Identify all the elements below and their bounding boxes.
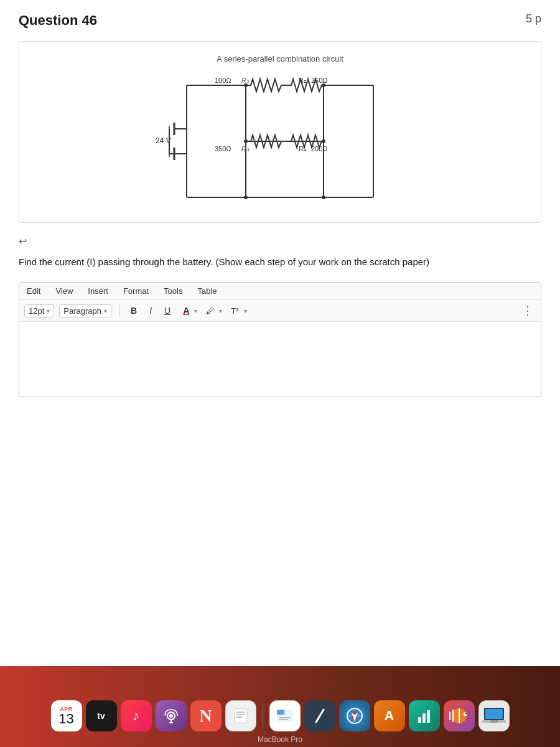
dock-item-safari[interactable]: [339, 700, 370, 731]
svg-line-42: [316, 710, 324, 722]
svg-point-31: [169, 714, 173, 718]
menu-format[interactable]: Format: [121, 285, 151, 297]
highlight-button[interactable]: 🖊: [202, 305, 218, 317]
svg-point-27: [322, 139, 325, 143]
menu-tools[interactable]: Tools: [161, 285, 185, 297]
dock-item-academy[interactable]: A: [374, 700, 405, 731]
editor-area: Edit View Insert Format Tools Table 12pt…: [19, 282, 541, 397]
italic-button[interactable]: I: [146, 304, 156, 317]
formatting-toolbar: 12pt ▾ Paragraph ▾ B I U A ▾ 🖊 ▾ T² ▾: [19, 300, 541, 322]
dock-item-slash[interactable]: [304, 700, 335, 731]
circuit-container: A series-parallel combination circuit: [19, 41, 541, 223]
toolbar-divider: [119, 304, 119, 317]
dock-item-finder[interactable]: [269, 700, 301, 731]
circuit-title: A series-parallel combination circuit: [38, 54, 522, 63]
svg-text:R₁: R₁: [241, 77, 249, 84]
dock-item-appletv[interactable]: tv: [86, 700, 117, 731]
macbook-label: MacBook Pro: [258, 735, 302, 744]
svg-point-25: [322, 83, 325, 87]
text-color-group: A ▾: [179, 304, 197, 317]
news-icon: N: [190, 700, 222, 731]
dock-separator: [263, 703, 263, 728]
menu-edit[interactable]: Edit: [24, 285, 43, 297]
svg-point-26: [244, 139, 248, 143]
superscript-chevron[interactable]: ▾: [244, 308, 247, 314]
font-size-selector[interactable]: 12pt ▾: [24, 304, 54, 317]
dock-bar: APR 13 tv ♪: [51, 700, 510, 731]
svg-rect-34: [235, 709, 247, 723]
slash-icon: [304, 700, 335, 731]
svg-point-24: [244, 83, 248, 87]
highlight-group: 🖊 ▾: [202, 305, 222, 317]
question-title: Question 46: [19, 12, 97, 29]
circuit-svg-wrapper: 24 V 100Ω R₁ R₂ 250Ω 350Ω R₃: [38, 73, 522, 210]
svg-rect-50: [422, 713, 426, 723]
more-options-button[interactable]: ⋮: [520, 303, 536, 319]
game-icon: [444, 700, 475, 731]
undo-icon[interactable]: ↩: [19, 235, 541, 247]
paragraph-selector[interactable]: Paragraph ▾: [59, 304, 111, 317]
menu-bar: Edit View Insert Format Tools Table: [19, 283, 541, 300]
paragraph-chevron: ▾: [104, 308, 107, 314]
dock-item-news[interactable]: N: [190, 700, 222, 731]
question-header: Question 46 5 p: [19, 12, 541, 29]
dock-item-macbook[interactable]: [478, 700, 510, 731]
svg-text:100Ω: 100Ω: [215, 77, 231, 84]
menu-table[interactable]: Table: [195, 285, 219, 297]
svg-point-57: [465, 713, 467, 715]
text-color-button[interactable]: A: [179, 304, 193, 317]
music-icon: ♪: [121, 700, 152, 731]
superscript-group: T² ▾: [227, 305, 246, 317]
appletv-icon: tv: [86, 700, 117, 731]
dock-item-game[interactable]: [444, 700, 475, 731]
dock-item-music[interactable]: ♪: [121, 700, 152, 731]
macbook-icon: [478, 700, 510, 731]
svg-text:350Ω: 350Ω: [215, 145, 231, 153]
svg-text:R₃: R₃: [241, 145, 250, 153]
bold-button[interactable]: B: [127, 304, 141, 317]
underline-button[interactable]: U: [161, 304, 174, 317]
font-size-chevron: ▾: [47, 308, 50, 314]
texteditor-icon: [225, 700, 256, 731]
svg-rect-61: [490, 720, 498, 723]
stats-icon: [409, 700, 440, 731]
podcasts-icon: [156, 700, 187, 731]
svg-text:250Ω: 250Ω: [311, 77, 328, 84]
calendar-icon: APR 13: [51, 700, 82, 731]
circuit-diagram: 24 V 100Ω R₁ R₂ 250Ω 350Ω R₃: [149, 73, 411, 210]
svg-point-29: [322, 195, 325, 199]
dock-area: APR 13 tv ♪: [0, 666, 560, 747]
menu-insert[interactable]: Insert: [85, 285, 111, 297]
dock-item-podcasts[interactable]: [156, 700, 187, 731]
finder-icon: [269, 700, 301, 731]
text-color-chevron[interactable]: ▾: [194, 308, 197, 314]
editor-body[interactable]: [19, 322, 541, 397]
question-points: 5 p: [526, 12, 541, 26]
main-content: Question 46 5 p A series-parallel combin…: [0, 0, 560, 666]
svg-point-28: [244, 195, 248, 199]
academy-icon: A: [374, 700, 405, 731]
question-text: Find the current (I) passing through the…: [19, 255, 541, 270]
dock-item-calendar[interactable]: APR 13: [51, 700, 82, 731]
svg-rect-51: [427, 710, 430, 723]
dock-item-texteditor[interactable]: [225, 700, 256, 731]
svg-rect-39: [277, 710, 284, 715]
svg-rect-49: [418, 717, 421, 723]
safari-icon: [339, 700, 370, 731]
svg-rect-59: [485, 709, 503, 719]
menu-view[interactable]: View: [53, 285, 75, 297]
dock-item-stats[interactable]: [409, 700, 440, 731]
svg-text:24 V: 24 V: [156, 136, 171, 145]
svg-text:R₄: R₄: [299, 145, 307, 153]
superscript-button[interactable]: T²: [227, 305, 242, 317]
highlight-chevron[interactable]: ▾: [219, 308, 222, 314]
